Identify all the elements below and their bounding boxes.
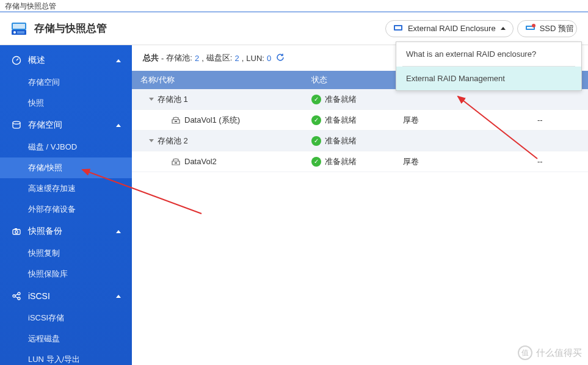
- gauge-icon: [11, 55, 22, 66]
- svg-rect-22: [175, 162, 177, 164]
- watermark: 值 什么值得买: [518, 345, 582, 360]
- ssd-icon: [525, 23, 536, 34]
- dropdown-item-what-is[interactable]: What is an external RAID enclosure?: [396, 42, 581, 66]
- status-ok-icon: ✓: [311, 115, 321, 125]
- svg-line-19: [15, 294, 18, 295]
- svg-rect-4: [17, 31, 24, 34]
- svg-point-14: [15, 231, 18, 233]
- volume-name: DataVol1 (系统): [184, 115, 240, 126]
- dropdown-item-raid-mgmt[interactable]: External RAID Management: [396, 67, 581, 90]
- sidebar-header-snapshot-backup[interactable]: 快照备份: [0, 220, 132, 243]
- summary-lun-count: 0: [267, 54, 271, 63]
- volume-icon: [171, 116, 181, 125]
- chevron-down-icon[interactable]: [149, 98, 154, 101]
- chevron-up-icon: [116, 59, 121, 62]
- svg-point-12: [13, 121, 20, 124]
- chevron-up-icon: [116, 295, 121, 298]
- table-row-volume[interactable]: DataVol1 (系统) ✓ 准备就绪 厚卷 --: [132, 110, 588, 131]
- sidebar-group-overview: 概述 存储空间 快照: [0, 49, 132, 114]
- ssd-button[interactable]: SSD 预留: [517, 20, 577, 37]
- volume-extra: --: [529, 115, 588, 125]
- status-ok-icon: ✓: [311, 136, 321, 146]
- volume-name: DataVol2: [184, 157, 217, 166]
- header-right: External RAID Enclosure SSD 预留: [385, 20, 577, 37]
- status-text: 准备就绪: [325, 115, 357, 126]
- header-left: 存储与快照总管: [11, 21, 107, 36]
- sidebar-group-label: 概述: [28, 55, 45, 66]
- table-row-pool[interactable]: 存储池 1 ✓ 准备就绪: [132, 89, 588, 110]
- sidebar-item-remote-disk[interactable]: 远程磁盘: [0, 328, 132, 349]
- sidebar-item-iscsi-storage[interactable]: iSCSI存储: [0, 308, 132, 328]
- watermark-text: 什么值得买: [536, 347, 582, 359]
- window-title: 存储与快照总管: [5, 2, 56, 10]
- sidebar-group-iscsi: iSCSI iSCSI存储 远程磁盘 LUN 导入/导出: [0, 284, 132, 365]
- sidebar-item-snapshot-replica[interactable]: 快照复制: [0, 243, 132, 264]
- status-text: 准备就绪: [325, 94, 357, 105]
- external-raid-button[interactable]: External RAID Enclosure: [385, 20, 514, 37]
- main: 总共 - 存储池: 2, 磁盘区: 2, LUN: 0 名称/代称 状态: [132, 45, 588, 365]
- share-icon: [11, 291, 22, 302]
- ssd-label: SSD 预留: [540, 23, 574, 34]
- summary-disk-label: 磁盘区:: [206, 52, 233, 63]
- svg-rect-15: [15, 228, 17, 229]
- external-raid-dropdown: What is an external RAID enclosure? Exte…: [396, 42, 582, 91]
- chevron-down-icon[interactable]: [149, 139, 154, 142]
- app-title: 存储与快照总管: [34, 21, 107, 35]
- camera-icon: [11, 226, 22, 237]
- pool-name: 存储池 2: [158, 136, 188, 146]
- sidebar-header-storage[interactable]: 存储空间: [0, 114, 132, 137]
- svg-rect-21: [175, 121, 177, 122]
- status-text: 准备就绪: [325, 156, 357, 167]
- sidebar: 概述 存储空间 快照 存储空间 磁盘 / VJBOD 存储/快照 高速缓存加速 …: [0, 45, 132, 365]
- header: 存储与快照总管 External RAID Enclosure SSD 预留: [0, 12, 588, 45]
- svg-line-11: [16, 59, 18, 60]
- sidebar-item-lun-import-export[interactable]: LUN 导入/导出: [0, 349, 132, 365]
- chevron-up-icon: [116, 230, 121, 233]
- sidebar-item-storage-space[interactable]: 存储空间: [0, 72, 132, 93]
- table-body: 存储池 1 ✓ 准备就绪 DataVol1 (系统) ✓: [132, 89, 588, 172]
- svg-point-9: [532, 24, 535, 27]
- sidebar-header-iscsi[interactable]: iSCSI: [0, 284, 132, 308]
- svg-point-16: [13, 295, 15, 297]
- summary-pool-label: 存储池:: [166, 52, 192, 63]
- svg-rect-1: [13, 24, 25, 29]
- refresh-icon[interactable]: [276, 53, 285, 63]
- sidebar-group-label: 快照备份: [28, 226, 62, 237]
- body: 概述 存储空间 快照 存储空间 磁盘 / VJBOD 存储/快照 高速缓存加速 …: [0, 45, 588, 365]
- disk-stack-icon: [11, 120, 22, 131]
- chevron-up-icon: [501, 27, 506, 30]
- sidebar-item-external-storage[interactable]: 外部存储设备: [0, 199, 132, 220]
- svg-line-20: [15, 297, 18, 298]
- summary-disk-count: 2: [234, 54, 239, 63]
- sidebar-header-overview[interactable]: 概述: [0, 49, 132, 72]
- sidebar-item-storage-snapshot[interactable]: 存储/快照: [0, 157, 132, 178]
- svg-point-18: [18, 297, 20, 300]
- summary-total: 总共: [143, 52, 159, 63]
- sidebar-item-snapshot-vault[interactable]: 快照保险库: [0, 264, 132, 284]
- summary-pool-count: 2: [195, 54, 199, 63]
- col-header-name[interactable]: 名称/代称: [132, 74, 303, 85]
- volume-extra: --: [529, 157, 588, 166]
- volume-icon: [171, 157, 181, 166]
- svg-point-3: [13, 31, 16, 34]
- chevron-up-icon: [116, 124, 121, 127]
- status-ok-icon: ✓: [311, 95, 321, 104]
- sidebar-item-cache-accel[interactable]: 高速缓存加速: [0, 178, 132, 199]
- watermark-badge: 值: [518, 345, 532, 360]
- col-header-status[interactable]: 状态: [303, 74, 394, 85]
- window-title-bar: 存储与快照总管: [0, 0, 588, 12]
- svg-rect-6: [395, 26, 401, 29]
- volume-type: 厚卷: [394, 115, 529, 126]
- table-row-volume[interactable]: DataVol2 ✓ 准备就绪 厚卷 --: [132, 151, 588, 172]
- status-text: 准备就绪: [325, 136, 357, 146]
- table-row-pool[interactable]: 存储池 2 ✓ 准备就绪: [132, 131, 588, 151]
- summary-lun-label: LUN:: [246, 54, 264, 63]
- external-raid-label: External RAID Enclosure: [408, 24, 496, 33]
- raid-chip-icon: [393, 23, 404, 34]
- sidebar-item-disks-vjbod[interactable]: 磁盘 / VJBOD: [0, 137, 132, 157]
- sidebar-group-label: iSCSI: [28, 291, 50, 301]
- sidebar-item-snapshot[interactable]: 快照: [0, 93, 132, 114]
- sidebar-group-label: 存储空间: [28, 120, 62, 131]
- volume-type: 厚卷: [394, 156, 529, 167]
- storage-app-icon: [11, 21, 28, 36]
